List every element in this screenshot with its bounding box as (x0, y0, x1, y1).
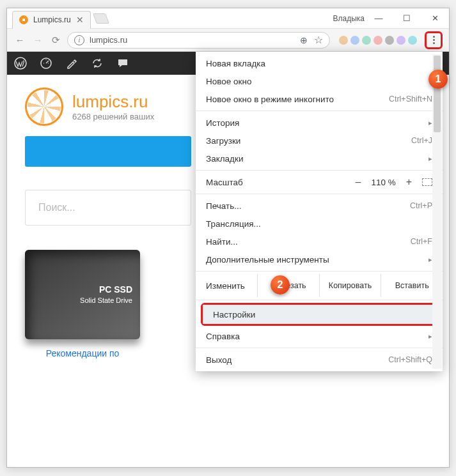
zoom-out-button[interactable]: – (352, 176, 363, 188)
zoom-in-button[interactable]: + (404, 176, 414, 188)
ssd-title: PC SSD (99, 284, 132, 295)
menu-settings-highlight: Настройки (201, 303, 437, 326)
site-subtitle: 6268 решений ваших (72, 112, 154, 121)
tab-close-icon[interactable]: ✕ (76, 15, 84, 25)
forward-icon[interactable]: → (31, 35, 44, 45)
site-info-icon[interactable]: i (74, 35, 84, 45)
menu-print[interactable]: Печать...Ctrl+P (196, 197, 443, 215)
extension-icon[interactable] (385, 36, 394, 45)
menu-help[interactable]: Справка▸ (196, 327, 443, 345)
zoom-icon[interactable]: ⊕ (300, 35, 308, 45)
fullscreen-icon[interactable] (422, 178, 432, 186)
menu-copy[interactable]: Копировать (319, 274, 381, 297)
maximize-button[interactable]: ☐ (393, 10, 421, 27)
site-logo-icon (25, 88, 63, 126)
ssd-sub: Solid State Drive (80, 296, 132, 304)
reload-icon[interactable]: ⟳ (49, 35, 62, 46)
menu-find[interactable]: Найти...Ctrl+F (196, 233, 443, 250)
menu-new-window[interactable]: Новое окно (196, 72, 443, 90)
menu-edit-label: Изменить (206, 281, 257, 291)
customize-icon[interactable] (65, 56, 79, 70)
site-name: lumpics.ru (72, 92, 154, 112)
menu-incognito[interactable]: Новое окно в режиме инкогнитоCtrl+Shift+… (196, 90, 443, 108)
callout-1: 1 (428, 70, 448, 89)
more-menu-button[interactable] (425, 31, 443, 49)
menu-zoom: Масштаб – 110 % + (196, 173, 443, 191)
url-text: lumpics.ru (90, 35, 127, 45)
zoom-value: 110 % (371, 178, 395, 187)
extension-icon[interactable] (373, 36, 382, 45)
url-box[interactable]: i lumpics.ru ⊕ ☆ (67, 32, 330, 49)
menu-scrollbar[interactable] (432, 54, 442, 369)
menu-downloads[interactable]: ЗагрузкиCtrl+J (196, 132, 443, 150)
browser-window: Lumpics.ru ✕ Владыка — ☐ ✕ ← → ⟳ i lumpi… (6, 8, 450, 468)
updates-icon[interactable] (90, 56, 104, 70)
card-ssd[interactable]: PC SSDSolid State Drive Рекомендации по (25, 250, 140, 358)
back-icon[interactable]: ← (13, 35, 26, 45)
menu-cast[interactable]: Трансляция... (196, 215, 443, 233)
extension-icon[interactable] (350, 36, 359, 45)
window-controls: — ☐ ✕ (365, 10, 449, 27)
menu-new-tab[interactable]: Новая вкладка (196, 54, 443, 72)
dashboard-icon[interactable] (39, 56, 53, 70)
menu-history[interactable]: История▸ (196, 114, 443, 132)
extension-icon[interactable] (397, 36, 405, 45)
extensions (339, 36, 417, 45)
extension-icon[interactable] (339, 36, 348, 45)
tab-lumpics[interactable]: Lumpics.ru ✕ (12, 11, 91, 29)
close-button[interactable]: ✕ (421, 10, 449, 27)
profile-name[interactable]: Владыка (333, 14, 365, 23)
callout-2: 2 (271, 275, 290, 295)
wordpress-icon[interactable] (13, 56, 28, 70)
menu-settings[interactable]: Настройки (203, 305, 436, 324)
extension-icon[interactable] (362, 36, 371, 45)
chrome-menu: Новая вкладка Новое окно Новое окно в ре… (196, 52, 443, 371)
titlebar: Lumpics.ru ✕ Владыка — ☐ ✕ (7, 8, 449, 29)
menu-edit-row: Изменить Вырезать Копировать Вставить (196, 274, 443, 297)
menu-more-tools[interactable]: Дополнительные инструменты▸ (196, 250, 443, 268)
card-link[interactable]: Рекомендации по (25, 348, 140, 358)
bookmark-star-icon[interactable]: ☆ (314, 34, 323, 46)
new-tab-button[interactable] (93, 13, 109, 24)
extension-icon[interactable] (408, 36, 417, 45)
address-bar: ← → ⟳ i lumpics.ru ⊕ ☆ (7, 29, 449, 52)
ssd-image: PC SSDSolid State Drive (25, 250, 140, 339)
search-input[interactable]: Поиск... (25, 190, 191, 226)
tab-title: Lumpics.ru (33, 15, 71, 24)
minimize-button[interactable]: — (365, 10, 393, 27)
comments-icon[interactable] (116, 56, 130, 70)
favicon-icon (19, 15, 28, 24)
nav-bar[interactable] (25, 136, 191, 167)
menu-bookmarks[interactable]: Закладки▸ (196, 150, 443, 167)
menu-exit[interactable]: ВыходCtrl+Shift+Q (196, 351, 443, 369)
